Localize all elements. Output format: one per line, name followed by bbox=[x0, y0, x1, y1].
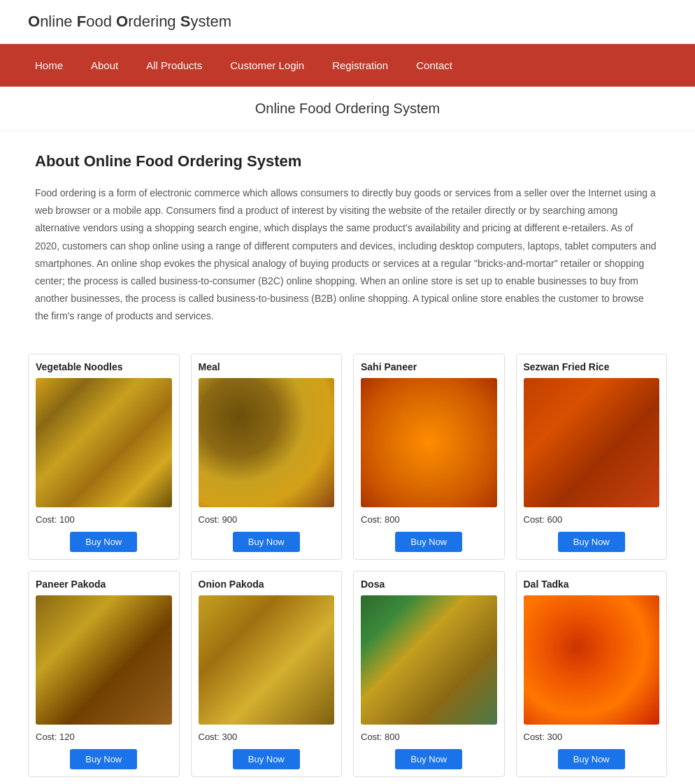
product-cost: Cost: 120 bbox=[36, 732, 172, 742]
about-title: About Online Food Ordering System bbox=[35, 152, 660, 170]
nav-link-registration[interactable]: Registration bbox=[318, 44, 402, 87]
product-cost: Cost: 800 bbox=[361, 732, 497, 742]
nav-link-customer-login[interactable]: Customer Login bbox=[216, 44, 318, 87]
product-cost: Cost: 600 bbox=[524, 514, 660, 525]
buy-now-button[interactable]: Buy Now bbox=[395, 749, 462, 769]
product-cost: Cost: 100 bbox=[36, 514, 172, 525]
buy-button-wrap: Buy Now bbox=[199, 749, 335, 769]
nav-link-contact[interactable]: Contact bbox=[402, 44, 466, 87]
product-image bbox=[524, 595, 660, 725]
nav-item-registration[interactable]: Registration bbox=[318, 44, 402, 87]
product-name: Dosa bbox=[361, 579, 497, 590]
product-image bbox=[524, 378, 660, 507]
nav-link-about[interactable]: About bbox=[77, 44, 132, 87]
product-name: Sahi Paneer bbox=[361, 361, 497, 372]
nav-link-all-products[interactable]: All Products bbox=[132, 44, 216, 87]
buy-now-button[interactable]: Buy Now bbox=[233, 749, 300, 769]
product-name: Onion Pakoda bbox=[199, 579, 335, 590]
product-card: Sahi PaneerCost: 800Buy Now bbox=[353, 354, 505, 560]
product-card: MealCost: 900Buy Now bbox=[191, 354, 343, 560]
nav-link-home[interactable]: Home bbox=[21, 44, 77, 87]
product-name: Meal bbox=[199, 361, 335, 372]
products-grid: Vegetable NoodlesCost: 100Buy NowMealCos… bbox=[0, 340, 695, 785]
product-card: Onion PakodaCost: 300Buy Now bbox=[191, 571, 343, 777]
nav-item-contact[interactable]: Contact bbox=[402, 44, 466, 87]
product-name: Vegetable Noodles bbox=[36, 361, 172, 372]
buy-button-wrap: Buy Now bbox=[199, 532, 335, 552]
product-name: Sezwan Fried Rice bbox=[524, 361, 660, 372]
buy-button-wrap: Buy Now bbox=[524, 532, 660, 552]
buy-now-button[interactable]: Buy Now bbox=[558, 749, 625, 769]
product-image bbox=[361, 595, 497, 725]
product-image bbox=[361, 378, 497, 507]
about-section: About Online Food Ordering System Food o… bbox=[0, 131, 695, 340]
product-name: Dal Tadka bbox=[524, 579, 660, 590]
buy-now-button[interactable]: Buy Now bbox=[233, 532, 300, 552]
site-title: Online Food Ordering System bbox=[0, 0, 695, 44]
nav-item-customer-login[interactable]: Customer Login bbox=[216, 44, 318, 87]
product-cost: Cost: 300 bbox=[199, 732, 335, 742]
nav-item-home[interactable]: Home bbox=[21, 44, 77, 87]
product-cost: Cost: 800 bbox=[361, 514, 497, 525]
product-name: Paneer Pakoda bbox=[36, 579, 172, 590]
product-image bbox=[36, 595, 172, 725]
product-card: Sezwan Fried RiceCost: 600Buy Now bbox=[516, 354, 668, 560]
product-image bbox=[199, 378, 335, 507]
buy-now-button[interactable]: Buy Now bbox=[70, 532, 137, 552]
buy-now-button[interactable]: Buy Now bbox=[70, 749, 137, 769]
buy-button-wrap: Buy Now bbox=[361, 749, 497, 769]
product-card: Paneer PakodaCost: 120Buy Now bbox=[28, 571, 180, 777]
nav-item-all-products[interactable]: All Products bbox=[132, 44, 216, 87]
page-heading: Online Food Ordering System bbox=[0, 87, 695, 131]
product-image bbox=[199, 595, 335, 725]
product-image bbox=[36, 378, 172, 507]
buy-button-wrap: Buy Now bbox=[36, 749, 172, 769]
main-nav: HomeAboutAll ProductsCustomer LoginRegis… bbox=[0, 44, 695, 87]
product-card: Vegetable NoodlesCost: 100Buy Now bbox=[28, 354, 180, 560]
buy-now-button[interactable]: Buy Now bbox=[395, 532, 462, 552]
product-card: DosaCost: 800Buy Now bbox=[353, 571, 505, 777]
buy-now-button[interactable]: Buy Now bbox=[558, 532, 625, 552]
product-card: Dal TadkaCost: 300Buy Now bbox=[516, 571, 668, 777]
buy-button-wrap: Buy Now bbox=[36, 532, 172, 552]
about-text: Food ordering is a form of electronic co… bbox=[35, 184, 660, 326]
product-cost: Cost: 900 bbox=[199, 514, 335, 525]
product-cost: Cost: 300 bbox=[524, 732, 660, 742]
buy-button-wrap: Buy Now bbox=[361, 532, 497, 552]
nav-item-about[interactable]: About bbox=[77, 44, 132, 87]
buy-button-wrap: Buy Now bbox=[524, 749, 660, 769]
